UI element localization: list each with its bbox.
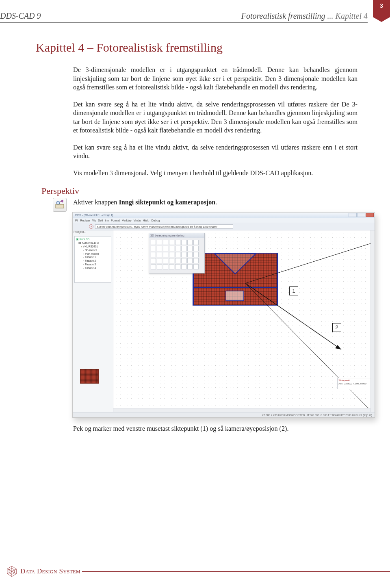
figure-caption: Pek og marker med venstre musetast sikte… — [73, 425, 358, 433]
status-bar: 22.800 7.289 0.000 MOD=2 GITTER UTT=0.38… — [73, 412, 375, 417]
marker-1: 1 — [289, 286, 298, 295]
svg-rect-7 — [226, 291, 244, 301]
paragraph-3: Det kan svare seg å ha et lite vindu akt… — [73, 143, 358, 161]
brand-name: Data Design System — [20, 567, 80, 575]
paragraph-1: De 3-dimensjonale modellen er i utgangsp… — [73, 66, 358, 92]
chapter-title: Kapittel 4 – Fotorealistisk fremstilling — [36, 41, 358, 54]
header-right: Fotorealistisk fremstilling ... Kapittel… — [241, 11, 368, 21]
camera-target-icon — [55, 199, 65, 210]
perspektiv-heading: Perspektiv — [41, 186, 358, 196]
maximize-button[interactable] — [357, 213, 365, 217]
prompt-message: Aktiver kamera/øyeposisjon - trykk høyre… — [95, 224, 233, 229]
svg-rect-0 — [56, 204, 64, 208]
project-tree[interactable]: ▣ Kurs PG ▤ Kurs2401.BIM #KURS2401 ▫ 3D-… — [74, 236, 111, 283]
dds-logo-icon — [6, 565, 18, 577]
paragraph-4: Vis modellen 3 dimensjonal. Velg i menye… — [73, 169, 358, 178]
svg-point-1 — [56, 201, 60, 204]
inngi-siktepunk-button[interactable] — [53, 198, 67, 212]
scrollbar-horizontal[interactable] — [113, 408, 370, 412]
project-tab[interactable]: Prosjekt... — [74, 230, 86, 233]
app-screenshot: DDS - [3D-modell 1 - etasje 1] Fil Redig… — [72, 212, 375, 418]
close-button[interactable] — [366, 213, 374, 217]
svg-marker-3 — [214, 254, 256, 274]
drawing-canvas[interactable]: 1 2 3D-beregning og rendering Siktepunkt… — [113, 230, 375, 412]
page-header: DDS-CAD 9 Fotorealistisk fremstilling ..… — [0, 11, 368, 21]
cancel-icon[interactable]: × — [89, 224, 93, 229]
scrollbar-vertical[interactable] — [370, 230, 375, 412]
header-topic: Fotorealistisk fremstilling — [241, 11, 325, 20]
page-footer: Data Design System — [0, 565, 390, 577]
roof-model — [193, 253, 278, 306]
window-buttons[interactable] — [349, 213, 374, 217]
project-panel: Prosjekt... ▣ Kurs PG ▤ Kurs2401.BIM #KU… — [73, 230, 113, 412]
header-suffix: ... Kapittel 4 — [327, 11, 368, 20]
paragraph-2: Det kan svare seg å ha et lite vindu akt… — [73, 100, 358, 135]
header-rule — [0, 22, 368, 23]
header-left: DDS-CAD 9 — [0, 11, 41, 21]
page-number-tab: 3 — [373, 0, 390, 17]
coord-infobox: Siktepunkt Abs: 23.802, 7.290, 0.000 — [337, 378, 372, 389]
minimize-button[interactable] — [349, 213, 357, 217]
marker-2: 2 — [332, 323, 341, 332]
preview-thumbnail — [80, 369, 99, 384]
app-titlebar: DDS - [3D-modell 1 - etasje 1] — [73, 213, 375, 218]
footer-rule — [82, 571, 390, 572]
app-toolbar: × Aktiver kamera/øyeposisjon - trykk høy… — [73, 223, 375, 230]
tool-palette[interactable]: 3D-beregning og rendering — [149, 233, 205, 273]
activate-instruction: Aktiver knappen Inngi siktepunkt og kame… — [73, 199, 358, 206]
app-menubar[interactable]: Fil Rediger Vis Sett inn Format Verktøy … — [73, 218, 375, 223]
page-number: 3 — [380, 2, 383, 9]
